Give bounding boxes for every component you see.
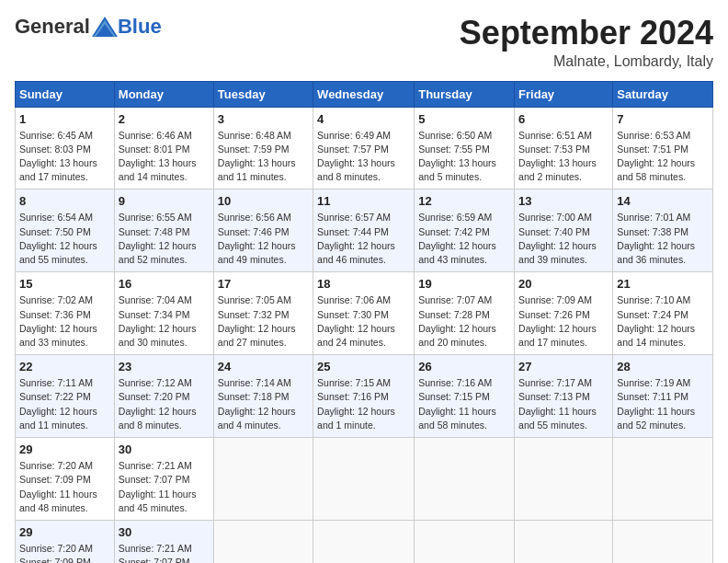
day-info: Sunrise: 6:49 AMSunset: 7:57 PMDaylight:…	[317, 129, 410, 185]
table-row: 15Sunrise: 7:02 AMSunset: 7:36 PMDayligh…	[16, 272, 115, 355]
day-info: Sunrise: 6:57 AMSunset: 7:44 PMDaylight:…	[317, 211, 410, 267]
day-number: 19	[418, 277, 510, 291]
day-number: 1	[19, 112, 110, 126]
day-info: Sunrise: 6:51 AMSunset: 7:53 PMDaylight:…	[518, 129, 609, 185]
col-friday: Friday	[515, 81, 613, 107]
day-info: Sunrise: 7:16 AMSunset: 7:15 PMDaylight:…	[418, 376, 510, 432]
day-number: 6	[518, 112, 609, 126]
calendar-week: 1Sunrise: 6:45 AMSunset: 8:03 PMDaylight…	[16, 107, 713, 190]
day-info: Sunrise: 7:02 AMSunset: 7:36 PMDaylight:…	[19, 293, 110, 350]
table-row: 19Sunrise: 7:07 AMSunset: 7:28 PMDayligh…	[415, 272, 515, 355]
day-info: Sunrise: 7:21 AMSunset: 7:07 PMDaylight:…	[119, 459, 210, 515]
day-number: 13	[518, 194, 609, 208]
day-number: 26	[418, 360, 510, 373]
day-number: 7	[617, 112, 709, 126]
col-saturday: Saturday	[613, 81, 713, 107]
table-row: 24Sunrise: 7:14 AMSunset: 7:18 PMDayligh…	[213, 355, 313, 438]
logo-blue: Blue	[118, 15, 162, 39]
day-number: 10	[218, 194, 309, 208]
day-info: Sunrise: 7:20 AMSunset: 7:09 PMDaylight:…	[19, 459, 110, 515]
table-row	[213, 438, 313, 521]
table-row: 13Sunrise: 7:00 AMSunset: 7:40 PMDayligh…	[515, 190, 613, 272]
table-row: 22Sunrise: 7:11 AMSunset: 7:22 PMDayligh…	[16, 355, 115, 438]
table-row: 20Sunrise: 7:09 AMSunset: 7:26 PMDayligh…	[515, 272, 613, 355]
day-info: Sunrise: 7:21 AMSunset: 7:07 PMDaylight:…	[119, 542, 210, 563]
day-number: 28	[617, 360, 709, 373]
day-number: 11	[317, 194, 410, 208]
day-info: Sunrise: 6:46 AMSunset: 8:01 PMDaylight:…	[119, 129, 210, 185]
day-info: Sunrise: 6:56 AMSunset: 7:46 PMDaylight:…	[218, 211, 309, 267]
day-number: 24	[218, 360, 309, 373]
day-number: 9	[119, 194, 210, 208]
table-row: 8Sunrise: 6:54 AMSunset: 7:50 PMDaylight…	[16, 190, 115, 272]
table-row	[415, 438, 515, 521]
table-row	[515, 520, 613, 563]
table-row: 1Sunrise: 6:45 AMSunset: 8:03 PMDaylight…	[16, 107, 115, 190]
calendar-header-row: Sunday Monday Tuesday Wednesday Thursday…	[16, 81, 713, 107]
logo: General Blue	[15, 15, 162, 39]
title-block: September 2024 Malnate, Lombardy, Italy	[460, 15, 713, 70]
day-info: Sunrise: 6:53 AMSunset: 7:51 PMDaylight:…	[617, 129, 709, 185]
table-row: 12Sunrise: 6:59 AMSunset: 7:42 PMDayligh…	[415, 190, 515, 272]
day-number: 8	[19, 194, 110, 208]
month-title: September 2024	[460, 15, 713, 52]
table-row: 7Sunrise: 6:53 AMSunset: 7:51 PMDaylight…	[613, 107, 713, 190]
table-row	[515, 438, 613, 521]
table-row: 23Sunrise: 7:12 AMSunset: 7:20 PMDayligh…	[114, 355, 213, 438]
day-number: 12	[418, 194, 510, 208]
table-row: 30Sunrise: 7:21 AMSunset: 7:07 PMDayligh…	[114, 438, 213, 521]
day-number: 3	[218, 112, 309, 126]
day-number: 27	[518, 360, 609, 373]
table-row: 17Sunrise: 7:05 AMSunset: 7:32 PMDayligh…	[213, 272, 313, 355]
day-info: Sunrise: 7:01 AMSunset: 7:38 PMDaylight:…	[617, 211, 709, 267]
table-row: 29Sunrise: 7:20 AMSunset: 7:09 PMDayligh…	[16, 438, 115, 521]
table-row: 9Sunrise: 6:55 AMSunset: 7:48 PMDaylight…	[114, 190, 213, 272]
day-info: Sunrise: 7:09 AMSunset: 7:26 PMDaylight:…	[518, 293, 609, 350]
table-row	[415, 520, 515, 563]
table-row: 21Sunrise: 7:10 AMSunset: 7:24 PMDayligh…	[613, 272, 713, 355]
calendar-table: Sunday Monday Tuesday Wednesday Thursday…	[15, 81, 713, 563]
day-info: Sunrise: 7:19 AMSunset: 7:11 PMDaylight:…	[617, 376, 709, 432]
location-subtitle: Malnate, Lombardy, Italy	[460, 53, 713, 70]
day-number: 16	[119, 277, 210, 291]
table-row: 10Sunrise: 6:56 AMSunset: 7:46 PMDayligh…	[213, 190, 313, 272]
day-info: Sunrise: 6:50 AMSunset: 7:55 PMDaylight:…	[418, 129, 510, 185]
table-row	[213, 520, 313, 563]
day-info: Sunrise: 6:59 AMSunset: 7:42 PMDaylight:…	[418, 211, 510, 267]
table-row: 18Sunrise: 7:06 AMSunset: 7:30 PMDayligh…	[313, 272, 415, 355]
day-number: 29	[19, 442, 110, 456]
calendar-week: 29Sunrise: 7:20 AMSunset: 7:09 PMDayligh…	[16, 520, 713, 563]
day-info: Sunrise: 7:05 AMSunset: 7:32 PMDaylight:…	[218, 293, 309, 350]
table-row: 30Sunrise: 7:21 AMSunset: 7:07 PMDayligh…	[114, 520, 213, 563]
day-info: Sunrise: 7:15 AMSunset: 7:16 PMDaylight:…	[317, 376, 410, 432]
logo-general: General	[15, 15, 90, 39]
day-info: Sunrise: 7:10 AMSunset: 7:24 PMDaylight:…	[617, 293, 709, 350]
col-sunday: Sunday	[16, 81, 115, 107]
day-number: 29	[19, 525, 110, 539]
table-row: 16Sunrise: 7:04 AMSunset: 7:34 PMDayligh…	[114, 272, 213, 355]
table-row: 28Sunrise: 7:19 AMSunset: 7:11 PMDayligh…	[613, 355, 713, 438]
day-info: Sunrise: 7:17 AMSunset: 7:13 PMDaylight:…	[518, 376, 609, 432]
day-number: 14	[617, 194, 709, 208]
day-info: Sunrise: 6:48 AMSunset: 7:59 PMDaylight:…	[218, 129, 309, 185]
day-number: 2	[119, 112, 210, 126]
table-row: 5Sunrise: 6:50 AMSunset: 7:55 PMDaylight…	[415, 107, 515, 190]
col-tuesday: Tuesday	[213, 81, 313, 107]
table-row	[613, 520, 713, 563]
table-row: 6Sunrise: 6:51 AMSunset: 7:53 PMDaylight…	[515, 107, 613, 190]
day-info: Sunrise: 7:07 AMSunset: 7:28 PMDaylight:…	[418, 293, 510, 350]
day-number: 30	[119, 525, 210, 539]
day-number: 17	[218, 277, 309, 291]
table-row	[313, 438, 415, 521]
day-info: Sunrise: 6:54 AMSunset: 7:50 PMDaylight:…	[19, 211, 110, 267]
day-number: 23	[119, 360, 210, 373]
calendar-week: 15Sunrise: 7:02 AMSunset: 7:36 PMDayligh…	[16, 272, 713, 355]
day-number: 25	[317, 360, 410, 373]
col-monday: Monday	[114, 81, 213, 107]
day-number: 21	[617, 277, 709, 291]
table-row: 3Sunrise: 6:48 AMSunset: 7:59 PMDaylight…	[213, 107, 313, 190]
day-number: 30	[119, 442, 210, 456]
day-info: Sunrise: 7:04 AMSunset: 7:34 PMDaylight:…	[119, 293, 210, 350]
table-row: 4Sunrise: 6:49 AMSunset: 7:57 PMDaylight…	[313, 107, 415, 190]
calendar-week: 29Sunrise: 7:20 AMSunset: 7:09 PMDayligh…	[16, 438, 713, 521]
